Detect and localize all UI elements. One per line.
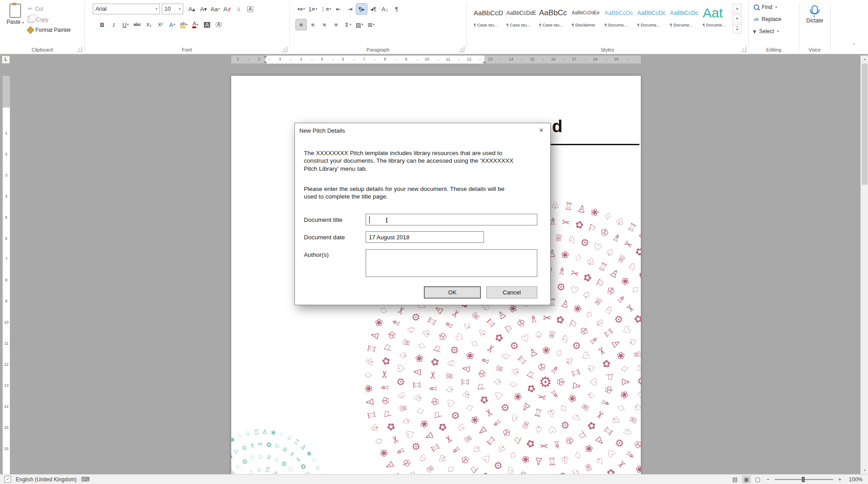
pattern-glyph: ♖ bbox=[485, 316, 498, 330]
pattern-glyph: ♘ bbox=[505, 465, 516, 474]
paragraph-dialog-launcher[interactable]: ↘ bbox=[459, 47, 464, 52]
align-left-button[interactable]: ≡ bbox=[296, 19, 307, 30]
shading-button[interactable]: ▨▾ bbox=[354, 19, 365, 30]
justify-button[interactable]: ≡ bbox=[331, 19, 341, 30]
subscript-button[interactable]: X₂ bbox=[143, 19, 154, 30]
pattern-glyph: ♖ bbox=[390, 471, 403, 474]
cut-button[interactable]: ✂ Cut bbox=[28, 5, 71, 12]
format-painter-button[interactable]: Format Painter bbox=[28, 27, 71, 33]
increase-indent-button[interactable]: ⇥ bbox=[345, 4, 355, 14]
zoom-slider-thumb[interactable] bbox=[802, 477, 805, 482]
multilevel-list-button[interactable]: ⋮≡▾ bbox=[319, 4, 332, 14]
cancel-button[interactable]: Cancel bbox=[486, 286, 537, 298]
align-right-button[interactable]: ≡ bbox=[319, 19, 330, 30]
replace-button[interactable]: ab Replace bbox=[754, 15, 782, 24]
font-color-button[interactable]: A▾ bbox=[190, 19, 201, 30]
proofing-status-icon[interactable]: ✓ bbox=[4, 476, 11, 483]
zoom-in-button[interactable]: + bbox=[837, 476, 842, 483]
styles-more-button[interactable]: ▾ bbox=[732, 24, 742, 34]
style-tile-3[interactable]: AaBbCcDdEe¶ Disclaimer bbox=[569, 3, 601, 32]
tab-selector[interactable]: L bbox=[2, 56, 10, 64]
superscript-button[interactable]: X² bbox=[155, 19, 166, 30]
styles-scroll-up-button[interactable]: ▴ bbox=[732, 4, 742, 13]
clipboard-dialog-launcher[interactable]: ↘ bbox=[77, 47, 82, 52]
shrink-font-button[interactable]: A▾ bbox=[198, 4, 209, 14]
style-tile-0[interactable]: AaBbCcD¶ Case stu... bbox=[471, 3, 503, 32]
strikethrough-button[interactable]: abc bbox=[132, 19, 143, 30]
vertical-scrollbar[interactable]: ▴ ▾ bbox=[860, 56, 868, 474]
right-indent-marker[interactable] bbox=[483, 61, 486, 63]
enclose-characters-button[interactable]: A bbox=[213, 19, 224, 30]
print-layout-button[interactable]: ▣ bbox=[743, 476, 750, 483]
style-tile-7[interactable]: Aat¶ Docume... bbox=[700, 3, 732, 32]
scissors-icon: ✂ bbox=[28, 5, 33, 12]
styles-scroll-down-button[interactable]: ▾ bbox=[732, 14, 742, 23]
borders-button[interactable]: ⊞▾ bbox=[366, 19, 376, 30]
dropdown-arrow-icon: ▾ bbox=[315, 7, 317, 11]
align-center-button[interactable]: ≡ bbox=[307, 19, 318, 30]
scrollbar-thumb[interactable] bbox=[862, 64, 868, 185]
text-effects-button[interactable]: A▾ bbox=[167, 19, 177, 30]
line-spacing-button[interactable]: ⇕▾ bbox=[342, 19, 353, 30]
style-tile-2[interactable]: AaBbCc¶ Case stu... bbox=[536, 3, 569, 32]
document-title-input[interactable] bbox=[366, 214, 537, 225]
ruler-number: 1 bbox=[237, 57, 239, 61]
authors-input[interactable] bbox=[366, 249, 537, 277]
document-date-input[interactable] bbox=[366, 231, 484, 243]
find-button[interactable]: Find ▾ bbox=[754, 3, 782, 12]
style-tile-1[interactable]: AaBbCcDdE¶ Case stu... bbox=[504, 3, 536, 32]
read-mode-button[interactable]: ▤ bbox=[731, 476, 738, 483]
zoom-slider[interactable] bbox=[775, 479, 833, 480]
style-tile-4[interactable]: AaBbCcDc¶ Docume... bbox=[602, 3, 634, 32]
scroll-up-icon[interactable]: ▴ bbox=[861, 56, 868, 63]
phonetic-guide-button[interactable]: ā bbox=[233, 4, 244, 14]
font-name-combo[interactable]: Arial ▾ bbox=[93, 4, 160, 14]
paste-button[interactable]: Paste ▾ bbox=[4, 2, 26, 25]
copy-button[interactable]: Copy bbox=[28, 16, 71, 23]
rtl-text-direction-button[interactable]: ◂¶ bbox=[368, 4, 379, 14]
font-size-combo[interactable]: 10 ▾ bbox=[162, 4, 183, 14]
pattern-glyph: ♤ bbox=[604, 246, 616, 259]
pattern-glyph: ♡ bbox=[480, 451, 493, 464]
styles-dialog-launcher[interactable]: ↘ bbox=[741, 47, 746, 52]
dialog-titlebar[interactable]: New Pitch Details × bbox=[295, 123, 550, 138]
pattern-glyph: ♕ bbox=[631, 349, 641, 360]
bold-button[interactable]: B bbox=[97, 19, 108, 30]
collapse-ribbon-icon[interactable]: ˇ bbox=[850, 43, 859, 49]
select-button[interactable]: Select ▾ bbox=[754, 27, 782, 36]
style-tile-6[interactable]: AaBbCcDc¶ Docume... bbox=[667, 3, 700, 32]
style-name: ¶ Docume... bbox=[605, 22, 634, 27]
hanging-indent-marker[interactable] bbox=[263, 61, 267, 63]
style-tile-5[interactable]: AaBbCcDc¶ Docume... bbox=[635, 3, 667, 32]
close-icon[interactable]: × bbox=[536, 125, 547, 135]
pattern-glyph: ♕ bbox=[547, 329, 557, 341]
numbering-button[interactable]: 1≡▾ bbox=[307, 4, 318, 14]
text-highlight-color-button[interactable]: ab▾ bbox=[178, 19, 189, 30]
language-status[interactable]: English (United Kingdom) bbox=[16, 476, 77, 483]
change-case-button[interactable]: Aa▾ bbox=[210, 4, 220, 14]
ltr-text-direction-button[interactable]: ¶▸ bbox=[356, 4, 367, 14]
grow-font-button[interactable]: A▴ bbox=[186, 4, 197, 14]
zoom-out-button[interactable]: − bbox=[765, 476, 771, 483]
pattern-glyph: ♕ bbox=[518, 469, 528, 474]
web-layout-button[interactable]: ▢ bbox=[754, 476, 761, 483]
clear-formatting-button[interactable]: A bbox=[221, 4, 232, 14]
character-border-button[interactable]: A bbox=[245, 4, 255, 14]
pattern-glyph: ♘ bbox=[602, 303, 615, 317]
zoom-level[interactable]: 100% bbox=[846, 476, 863, 483]
italic-button[interactable]: I bbox=[108, 19, 119, 30]
character-shading-button[interactable]: A bbox=[202, 19, 212, 30]
show-formatting-marks-button[interactable]: ¶ bbox=[391, 4, 402, 14]
font-dialog-launcher[interactable]: ↘ bbox=[282, 47, 287, 52]
scroll-down-icon[interactable]: ▾ bbox=[861, 467, 868, 474]
bullets-button[interactable]: •≡▾ bbox=[296, 4, 307, 14]
sort-button[interactable]: A↓ bbox=[380, 4, 390, 14]
first-line-indent-marker[interactable] bbox=[263, 56, 267, 58]
pattern-glyph: ♘ bbox=[446, 358, 457, 368]
dictate-button[interactable]: Dictate bbox=[803, 2, 826, 24]
pattern-glyph: ♧ bbox=[413, 393, 423, 403]
ok-button[interactable]: OK bbox=[424, 286, 481, 298]
underline-button[interactable]: U▾ bbox=[120, 19, 131, 30]
pattern-glyph: ♧ bbox=[546, 407, 556, 418]
decrease-indent-button[interactable]: ⇤ bbox=[333, 4, 344, 14]
